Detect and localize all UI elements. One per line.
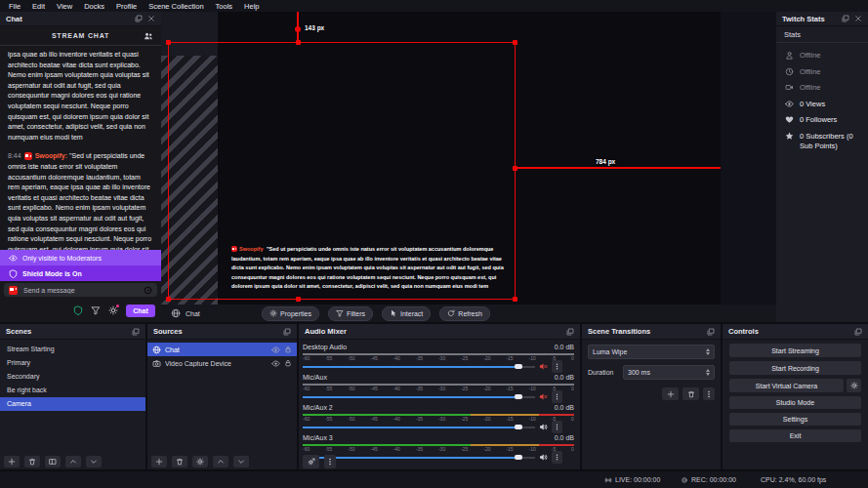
move-scene-down-button[interactable] [86,456,102,468]
resize-handle[interactable] [296,40,301,45]
broadcaster-badge-icon [9,286,18,295]
scene-item-primary[interactable]: Primary [0,356,145,370]
popout-icon[interactable] [842,15,849,22]
remove-source-button[interactable] [172,456,187,468]
source-item-chat[interactable]: Chat [147,343,297,356]
scene-item-be-right-back[interactable]: Be right back [0,384,145,397]
resize-handle[interactable] [296,297,301,302]
chat-message-input[interactable] [21,286,140,295]
scene-item-camera[interactable]: Camera [0,397,145,411]
visibility-eye-icon[interactable] [271,346,280,354]
source-properties-button[interactable] [192,456,208,468]
sources-dock: Sources Chat Video Capture Device [147,324,297,469]
scene-item-stream-starting[interactable]: Stream Starting [0,343,145,356]
remove-scene-button[interactable] [24,456,40,468]
volume-slider-handle[interactable] [515,394,522,399]
moderators-notice: Only visible to Moderators [0,250,161,265]
scene-filters-button[interactable] [45,456,61,468]
emote-picker-icon[interactable] [144,286,152,295]
menu-item-help[interactable]: Help [238,2,265,11]
speaker-icon[interactable] [539,453,548,462]
close-icon[interactable] [147,15,155,22]
popout-icon[interactable] [132,328,140,336]
popout-icon[interactable] [854,328,862,336]
menu-item-edit[interactable]: Edit [26,2,51,11]
volume-slider[interactable] [303,425,535,429]
live-timer: LIVE: 00:00:00 [615,476,660,483]
stats-list: Offline Offline Offline 0 Views 0 Follow… [776,43,868,151]
interact-button[interactable]: Interact [382,306,431,321]
refresh-button[interactable]: Refresh [439,306,490,321]
volume-slider[interactable] [303,364,535,369]
record-icon [681,476,688,484]
speaker-icon[interactable] [539,423,548,431]
start-recording-button[interactable]: Start Recording [729,361,861,375]
transition-menu-button[interactable] [703,387,715,400]
chat-settings-gear-icon[interactable] [108,305,118,315]
lock-icon[interactable] [284,346,292,353]
trash-icon [176,458,184,466]
remove-transition-button[interactable] [682,387,699,400]
sources-dock-title: Sources [153,327,183,336]
menu-item-profile[interactable]: Profile [110,2,143,11]
menu-item-tools[interactable]: Tools [210,2,239,11]
chat-filter-icon[interactable] [91,305,101,315]
dots-icon [554,423,560,431]
resize-handle[interactable] [513,40,517,45]
resize-handle[interactable] [513,297,517,302]
chat-send-button[interactable]: Chat [126,305,155,317]
start-streaming-button[interactable]: Start Streaming [729,344,861,357]
move-scene-up-button[interactable] [65,456,81,468]
volume-slider-handle[interactable] [515,425,522,429]
volume-slider-handle[interactable] [515,364,522,369]
exit-button[interactable]: Exit [729,429,861,442]
add-source-button[interactable] [151,456,167,468]
mixer-dock-title: Audio Mixer [305,327,347,336]
menu-item-file[interactable]: File [3,2,26,11]
resize-handle[interactable] [166,40,171,45]
mixer-menu-button[interactable] [324,455,336,468]
settings-button[interactable]: Settings [729,413,861,426]
safety-shield-icon[interactable] [73,305,83,315]
channel-menu-button[interactable] [552,390,562,403]
start-virtual-camera-button[interactable]: Start Virtual Camera [729,379,844,392]
mute-icon-muted[interactable] [539,362,548,371]
popout-icon[interactable] [135,15,143,22]
scene-preview[interactable]: 143 px 784 px Swoopify "Sed ut perspicia… [161,12,776,305]
viewer-list-icon[interactable] [144,31,153,41]
split-square-icon [49,458,57,466]
filters-button[interactable]: Filters [328,306,373,321]
resize-handle[interactable] [166,297,171,302]
chat-message-text: ipsa quae ab illo inventore veritatis et… [8,51,149,141]
popout-icon[interactable] [283,328,291,336]
source-item-video-capture[interactable]: Video Capture Device [147,356,297,370]
volume-slider[interactable] [303,394,535,399]
move-source-down-button[interactable] [233,456,249,468]
menu-item-scene-collection[interactable]: Scene Collection [143,2,209,11]
scene-item-secondary[interactable]: Secondary [0,370,145,384]
duration-spinbox[interactable]: 300 ms [623,365,715,380]
menu-item-view[interactable]: View [51,2,78,11]
add-transition-button[interactable] [662,387,679,400]
close-icon[interactable] [854,15,862,22]
popout-icon[interactable] [566,328,574,336]
mute-icon-muted[interactable] [539,392,548,401]
advanced-audio-button[interactable] [303,455,319,468]
channel-menu-button[interactable] [552,421,562,433]
chevron-up-icon [217,458,225,466]
lock-icon[interactable] [284,359,292,367]
studio-mode-button[interactable]: Studio Mode [729,396,861,409]
shield-icon [9,269,18,278]
chat-username[interactable]: Swoopify: [35,152,67,159]
volume-slider-handle[interactable] [515,455,522,460]
visibility-eye-icon[interactable] [271,359,280,368]
menu-item-docks[interactable]: Docks [78,2,110,11]
add-scene-button[interactable] [4,456,20,468]
virtual-camera-settings-button[interactable] [847,379,861,392]
channel-menu-button[interactable] [552,451,562,464]
move-source-up-button[interactable] [213,456,228,468]
transition-select[interactable]: Luma Wipe [588,345,715,359]
popout-icon[interactable] [707,328,715,336]
properties-button[interactable]: Properties [262,306,319,321]
channel-menu-button[interactable] [552,360,562,373]
